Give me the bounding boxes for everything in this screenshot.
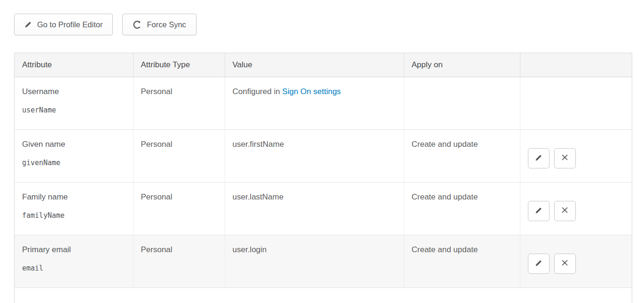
- force-sync-button[interactable]: Force Sync: [122, 14, 196, 35]
- value-cell: user.firstName: [225, 129, 404, 182]
- attribute-type-cell: Personal: [133, 182, 225, 235]
- attribute-variable: familyName: [22, 211, 126, 220]
- row-actions: [528, 192, 625, 221]
- actions-cell: [520, 235, 632, 287]
- actions-cell: [520, 77, 632, 129]
- actions-cell: [520, 182, 632, 235]
- x-icon: [561, 154, 568, 162]
- pencil-icon: [24, 21, 32, 28]
- attribute-label: Primary email: [22, 245, 126, 255]
- attribute-cell: Given name givenName: [15, 129, 133, 182]
- attribute-cell: Username userName: [15, 77, 133, 129]
- attribute-cell: Family name familyName: [15, 182, 133, 235]
- row-actions: [528, 140, 625, 168]
- attribute-type-cell: Personal: [133, 77, 225, 129]
- sign-on-settings-link[interactable]: Sign On settings: [282, 87, 341, 96]
- attribute-label: Family name: [22, 192, 126, 202]
- value-text: user.lastName: [233, 192, 284, 201]
- refresh-icon: [133, 20, 141, 29]
- x-icon: [561, 207, 568, 215]
- table-row: Given name givenName Personal user.first…: [15, 129, 632, 182]
- attribute-type-label: Personal: [141, 87, 173, 96]
- attribute-type-cell: Personal: [133, 235, 225, 287]
- attribute-mapping-table: Attribute Attribute Type Value Apply on …: [15, 53, 632, 288]
- edit-attribute-button[interactable]: [528, 254, 550, 274]
- go-to-profile-editor-label: Go to Profile Editor: [37, 20, 102, 29]
- table-row: Family name familyName Personal user.las…: [15, 182, 632, 235]
- col-header-apply-on: Apply on: [404, 53, 520, 77]
- attribute-type-label: Personal: [141, 245, 173, 254]
- value-text: user.firstName: [233, 140, 284, 149]
- pencil-icon: [535, 154, 542, 163]
- value-text: user.login: [233, 245, 267, 254]
- pencil-icon: [535, 207, 542, 215]
- delete-attribute-button[interactable]: [554, 201, 576, 221]
- actions-cell: [520, 129, 632, 182]
- go-to-profile-editor-button[interactable]: Go to Profile Editor: [14, 14, 113, 35]
- value-cell: user.login: [225, 235, 404, 287]
- toolbar: Go to Profile Editor Force Sync: [0, 0, 644, 35]
- attribute-type-label: Personal: [141, 140, 173, 149]
- attribute-variable: givenName: [22, 159, 126, 167]
- apply-on-label: Create and update: [412, 140, 478, 149]
- row-actions: [528, 245, 625, 274]
- apply-on-cell: Create and update: [404, 129, 520, 182]
- value-cell: Configured in Sign On settings: [225, 77, 404, 129]
- attribute-label: Username: [22, 87, 126, 96]
- attribute-label: Given name: [22, 140, 126, 149]
- attribute-variable: userName: [22, 106, 126, 114]
- value-text: Configured in: [233, 87, 283, 96]
- col-header-attribute-type: Attribute Type: [133, 53, 225, 77]
- attribute-variable: email: [22, 264, 126, 272]
- col-header-attribute: Attribute: [15, 53, 133, 77]
- apply-on-cell: Create and update: [404, 182, 520, 235]
- delete-attribute-button[interactable]: [554, 148, 576, 168]
- col-header-actions: [520, 53, 632, 77]
- pencil-icon: [535, 259, 542, 268]
- edit-attribute-button[interactable]: [528, 148, 550, 168]
- apply-on-cell: [404, 77, 520, 129]
- table-header-row: Attribute Attribute Type Value Apply on: [15, 53, 632, 77]
- table-row: Username userName Personal Configured in…: [15, 77, 632, 129]
- attribute-cell: Primary email email: [15, 235, 133, 287]
- table-row: Primary email email Personal user.login …: [15, 235, 632, 287]
- apply-on-label: Create and update: [412, 192, 478, 201]
- col-header-value: Value: [225, 53, 404, 77]
- delete-attribute-button[interactable]: [554, 254, 576, 274]
- attribute-type-cell: Personal: [133, 129, 225, 182]
- edit-attribute-button[interactable]: [528, 201, 550, 221]
- attribute-type-label: Personal: [141, 192, 173, 201]
- attribute-mapping-table-container: Attribute Attribute Type Value Apply on …: [14, 53, 632, 303]
- apply-on-cell: Create and update: [404, 235, 520, 287]
- x-icon: [561, 259, 568, 268]
- force-sync-label: Force Sync: [147, 20, 186, 29]
- value-cell: user.lastName: [225, 182, 404, 235]
- apply-on-label: Create and update: [412, 245, 478, 254]
